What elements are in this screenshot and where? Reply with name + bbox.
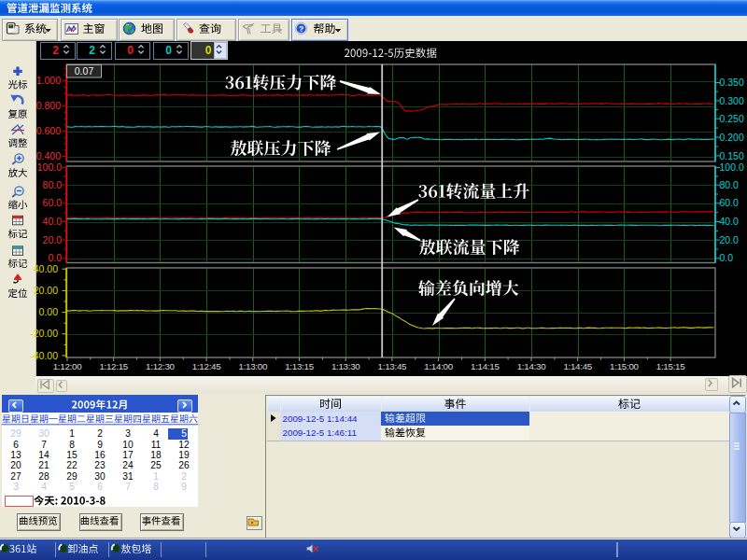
svg-text:6: 6 xyxy=(97,482,103,492)
svg-text:1:12:30: 1:12:30 xyxy=(146,361,175,371)
svg-text:8: 8 xyxy=(153,482,159,492)
svg-text:17: 17 xyxy=(122,450,134,460)
svg-text:12: 12 xyxy=(178,440,190,450)
svg-text:3: 3 xyxy=(125,428,131,439)
svg-text:4: 4 xyxy=(41,482,47,492)
svg-text:0.600: 0.600 xyxy=(36,125,61,136)
svg-text:0: 0 xyxy=(205,44,212,57)
svg-text:20.0: 20.0 xyxy=(43,234,63,245)
svg-text:?: ? xyxy=(299,24,303,34)
svg-text:0.00: 0.00 xyxy=(39,306,59,317)
svg-text:20.00: 20.00 xyxy=(34,285,58,296)
svg-text:22: 22 xyxy=(66,460,78,470)
svg-text:21: 21 xyxy=(38,460,49,470)
svg-text:-20.00: -20.00 xyxy=(30,328,58,339)
svg-text:0: 0 xyxy=(127,44,134,57)
svg-text:40.00: 40.00 xyxy=(34,263,58,274)
svg-text:7: 7 xyxy=(41,440,47,450)
svg-text:1:15:15: 1:15:15 xyxy=(656,361,685,371)
svg-text:1:13:45: 1:13:45 xyxy=(378,361,407,371)
svg-text:26: 26 xyxy=(178,460,190,470)
svg-text:1:15:00: 1:15:00 xyxy=(610,361,639,371)
svg-text:0.200: 0.200 xyxy=(720,132,744,143)
svg-text:1: 1 xyxy=(69,428,75,439)
svg-text:24: 24 xyxy=(122,460,134,470)
svg-text:1:12:00: 1:12:00 xyxy=(53,361,82,371)
svg-text:11: 11 xyxy=(151,440,162,450)
svg-text:0.150: 0.150 xyxy=(720,150,744,161)
svg-text:5: 5 xyxy=(69,482,75,492)
svg-text:9: 9 xyxy=(97,440,103,450)
svg-text:30: 30 xyxy=(38,428,49,439)
svg-text:0.800: 0.800 xyxy=(36,100,61,111)
svg-text:-40.00: -40.00 xyxy=(30,350,58,361)
svg-text:1:13:00: 1:13:00 xyxy=(239,361,268,371)
svg-text:15: 15 xyxy=(66,450,78,460)
svg-text:1:14:45: 1:14:45 xyxy=(563,361,592,371)
svg-text:10: 10 xyxy=(122,440,134,450)
svg-text:0.350: 0.350 xyxy=(720,77,744,88)
svg-text:20.0: 20.0 xyxy=(720,234,740,245)
svg-text:2: 2 xyxy=(89,44,95,57)
svg-text:9: 9 xyxy=(181,482,187,492)
svg-text:0.07: 0.07 xyxy=(75,65,94,77)
svg-text:31: 31 xyxy=(122,471,134,482)
svg-text:19: 19 xyxy=(178,450,190,460)
svg-text:4: 4 xyxy=(153,428,159,439)
svg-text:2: 2 xyxy=(52,44,59,57)
svg-text:2009-12-5 1:14:44: 2009-12-5 1:14:44 xyxy=(283,413,359,424)
svg-text:1:14:00: 1:14:00 xyxy=(424,361,453,371)
svg-text:1:14:15: 1:14:15 xyxy=(471,361,500,371)
svg-text:20: 20 xyxy=(10,460,21,470)
svg-text:6: 6 xyxy=(13,440,19,450)
svg-text:0.400: 0.400 xyxy=(36,150,61,161)
svg-text:1:14:30: 1:14:30 xyxy=(517,361,546,371)
svg-text:7: 7 xyxy=(125,482,131,492)
svg-text:0: 0 xyxy=(165,44,172,57)
svg-text:0.0: 0.0 xyxy=(48,252,62,263)
svg-text:80.0: 80.0 xyxy=(720,179,740,190)
svg-text:1:13:30: 1:13:30 xyxy=(331,361,360,371)
svg-text:25: 25 xyxy=(150,460,162,470)
svg-text:60.0: 60.0 xyxy=(43,197,63,208)
svg-text:100.0: 100.0 xyxy=(720,161,744,173)
svg-text:40.0: 40.0 xyxy=(720,216,740,227)
svg-text:27: 27 xyxy=(10,471,21,482)
svg-text:1:13:15: 1:13:15 xyxy=(285,361,314,371)
svg-text:2: 2 xyxy=(97,428,103,439)
svg-text:100.0: 100.0 xyxy=(37,161,62,173)
svg-text:5: 5 xyxy=(181,428,187,439)
svg-text:60.0: 60.0 xyxy=(720,197,740,208)
svg-text:0.0: 0.0 xyxy=(720,252,734,263)
svg-text:40.0: 40.0 xyxy=(43,216,63,227)
svg-text:1: 1 xyxy=(153,471,159,482)
svg-text:1:12:45: 1:12:45 xyxy=(192,361,221,371)
svg-text:18: 18 xyxy=(150,450,162,460)
svg-text:2009-12-5 1:46:11: 2009-12-5 1:46:11 xyxy=(283,427,357,438)
svg-text:8: 8 xyxy=(69,440,75,450)
svg-text:0.300: 0.300 xyxy=(720,95,744,106)
svg-text:0.250: 0.250 xyxy=(720,113,744,124)
svg-text:1.000: 1.000 xyxy=(36,75,61,86)
svg-text:80.0: 80.0 xyxy=(43,179,63,190)
svg-text:29: 29 xyxy=(66,471,78,482)
svg-text:13: 13 xyxy=(10,450,21,460)
svg-text:30: 30 xyxy=(94,471,106,482)
svg-text:14: 14 xyxy=(38,450,49,460)
svg-text:29: 29 xyxy=(10,428,21,439)
svg-text:1:12:15: 1:12:15 xyxy=(99,361,128,371)
svg-text:23: 23 xyxy=(94,460,106,470)
svg-text:28: 28 xyxy=(38,471,49,482)
svg-text:3: 3 xyxy=(13,482,19,492)
svg-text:2: 2 xyxy=(181,471,187,482)
svg-text:16: 16 xyxy=(94,450,106,460)
